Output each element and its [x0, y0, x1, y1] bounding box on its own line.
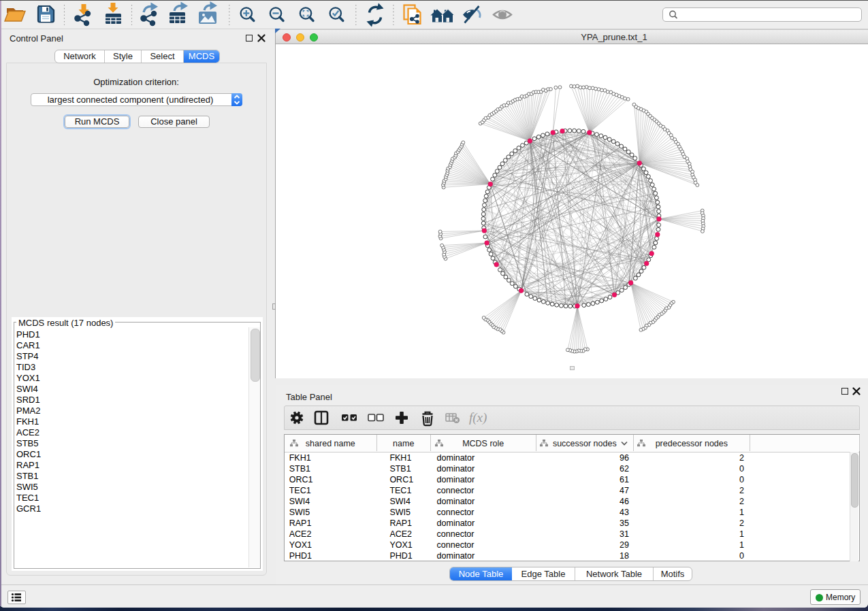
svg-text:f(x): f(x)	[469, 410, 487, 425]
